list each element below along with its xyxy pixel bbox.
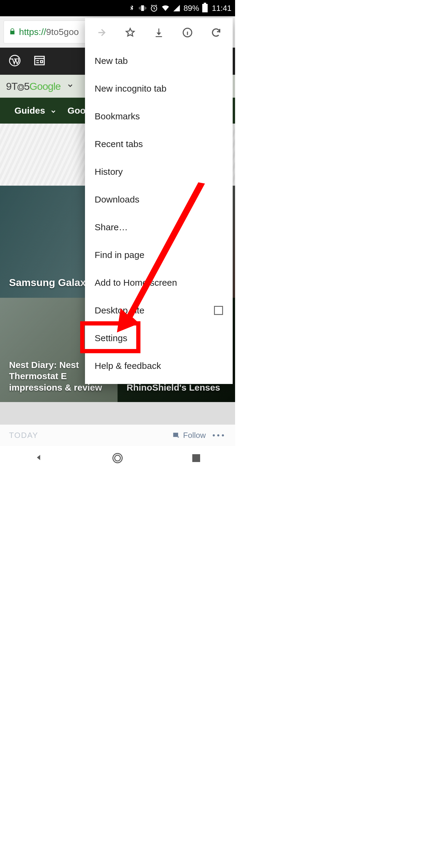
url-separator: :// [38,27,46,37]
android-nav-bar [0,446,235,470]
menu-icon-row [85,18,233,47]
battery-icon [202,4,208,12]
recents-button[interactable] [192,454,200,462]
menu-new-tab[interactable]: New tab [85,47,233,75]
star-icon[interactable] [124,27,136,38]
menu-desktop-site[interactable]: Desktop site [85,297,233,324]
lock-icon [9,27,16,37]
url-host: 9to5goo [46,27,79,37]
battery-percent: 89% [184,4,199,13]
bluetooth-icon [128,4,135,12]
alarm-icon [150,4,158,12]
cellular-icon [173,4,181,12]
vibrate-icon [138,4,147,12]
menu-recent-tabs[interactable]: Recent tabs [85,130,233,158]
chrome-overflow-menu: New tab New incognito tab Bookmarks Rece… [85,18,233,384]
download-icon[interactable] [153,27,165,38]
clock: 11:41 [212,4,231,13]
menu-help[interactable]: Help & feedback [85,352,233,380]
back-button[interactable] [35,454,43,463]
menu-downloads[interactable]: Downloads [85,186,233,213]
reader-icon[interactable] [33,54,46,68]
follow-button[interactable]: Follow [172,431,206,440]
menu-settings[interactable]: Settings [85,324,233,352]
site-logo[interactable]: 9TO5Google [6,81,61,92]
home-button[interactable] [113,453,123,463]
menu-share[interactable]: Share… [85,213,233,241]
wifi-icon [161,4,170,12]
follow-bar: TODAY Follow ••• [0,424,235,446]
info-icon[interactable] [181,27,193,38]
android-status-bar: 89% 11:41 [0,0,235,16]
url-scheme: https [19,27,38,37]
menu-bookmarks[interactable]: Bookmarks [85,102,233,130]
wordpress-icon[interactable] [8,54,21,68]
menu-history[interactable]: History [85,158,233,186]
forward-icon[interactable] [96,27,107,38]
today-label: TODAY [9,431,38,440]
refresh-icon[interactable] [210,27,222,38]
menu-find-in-page[interactable]: Find in page [85,241,233,269]
chevron-down-icon[interactable] [67,82,74,90]
more-icon[interactable]: ••• [213,431,226,440]
menu-new-incognito[interactable]: New incognito tab [85,75,233,102]
desktop-site-checkbox[interactable] [214,306,223,315]
menu-add-home[interactable]: Add to Home screen [85,269,233,297]
nav-guides[interactable]: Guides [14,105,57,116]
